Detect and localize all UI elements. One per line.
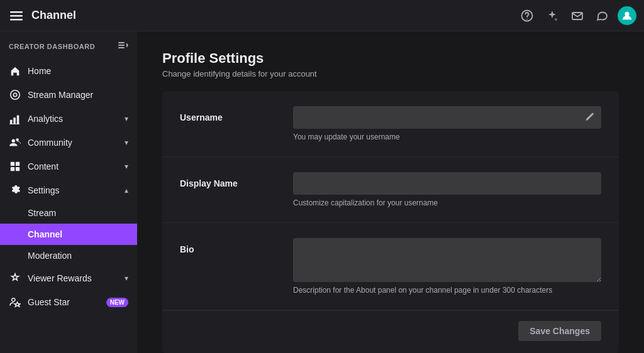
svg-rect-18 (11, 162, 14, 166)
topbar-right (517, 6, 636, 26)
main-body: CREATOR DASHBOARD Home (0, 31, 644, 353)
sidebar-item-guest-star[interactable]: Guest Star NEW (0, 290, 137, 314)
bio-input[interactable] (293, 238, 601, 282)
display-name-row: Display Name Customize capitalization fo… (162, 157, 619, 223)
svg-point-10 (11, 90, 19, 99)
bio-row: Bio Description for the About panel on y… (162, 223, 619, 310)
mail-button[interactable] (567, 6, 587, 26)
bio-hint: Description for the About panel on your … (293, 286, 601, 295)
svg-rect-2 (10, 19, 23, 21)
viewer-rewards-chevron-icon: ▾ (125, 274, 128, 283)
sidebar-item-viewer-rewards[interactable]: Viewer Rewards ▾ (0, 266, 137, 290)
sidebar-header: CREATOR DASHBOARD (0, 31, 137, 59)
username-hint: You may update your username (293, 133, 601, 141)
sidebar-item-community[interactable]: Community ▾ (0, 131, 137, 155)
svg-point-16 (12, 139, 15, 143)
home-icon (9, 65, 21, 77)
sidebar-item-settings-label: Settings (28, 185, 118, 195)
sidebar-item-analytics[interactable]: Analytics ▾ (0, 107, 137, 131)
sidebar-sub-item-channel[interactable]: Channel (0, 224, 137, 245)
sidebar-header-label: CREATOR DASHBOARD (9, 43, 95, 50)
guest-star-badge: NEW (106, 298, 128, 307)
help-button[interactable] (517, 6, 537, 26)
sidebar-item-content[interactable]: Content ▾ (0, 155, 137, 178)
svg-rect-7 (118, 42, 125, 43)
settings-chevron-icon: ▴ (125, 186, 128, 195)
sidebar-sub-item-stream-label: Stream (28, 208, 56, 218)
settings-icon (9, 184, 21, 197)
save-row: Save Changes (162, 310, 619, 351)
magic-button[interactable] (542, 6, 562, 26)
save-changes-button[interactable]: Save Changes (518, 321, 601, 341)
svg-point-22 (12, 298, 15, 301)
community-icon (9, 136, 21, 149)
svg-rect-15 (9, 124, 19, 124)
sidebar-item-content-label: Content (28, 161, 118, 171)
svg-point-17 (16, 138, 19, 141)
page-subtitle: Change identifying details for your acco… (162, 69, 619, 79)
topbar: Channel (0, 0, 644, 31)
chat-button[interactable] (592, 6, 613, 26)
sidebar: CREATOR DASHBOARD Home (0, 31, 137, 353)
svg-rect-1 (10, 15, 23, 17)
svg-rect-20 (11, 167, 14, 171)
sidebar-sub-item-channel-label: Channel (28, 229, 62, 239)
svg-rect-12 (10, 120, 13, 124)
content-chevron-icon: ▾ (125, 162, 128, 171)
sidebar-item-settings[interactable]: Settings ▴ (0, 178, 137, 202)
svg-rect-14 (17, 116, 19, 124)
svg-rect-13 (13, 117, 16, 124)
sidebar-sub-item-stream[interactable]: Stream (0, 202, 137, 224)
viewer-rewards-icon (9, 272, 21, 285)
username-label: Username (180, 106, 280, 122)
avatar[interactable] (618, 6, 636, 25)
svg-rect-9 (118, 47, 125, 48)
sidebar-item-home-label: Home (28, 66, 128, 76)
analytics-icon (9, 112, 21, 125)
collapse-sidebar-icon[interactable] (118, 40, 128, 53)
bio-content: Description for the About panel on your … (293, 238, 601, 295)
sidebar-sub-item-moderation[interactable]: Moderation (0, 245, 137, 266)
sidebar-item-stream-manager-label: Stream Manager (28, 90, 128, 100)
stream-manager-icon (9, 89, 21, 101)
sidebar-item-community-label: Community (28, 138, 118, 148)
svg-rect-21 (16, 167, 19, 171)
svg-rect-8 (118, 45, 125, 46)
display-name-label: Display Name (180, 172, 280, 188)
page-title: Profile Settings (162, 50, 619, 67)
svg-point-4 (526, 18, 528, 19)
username-input-wrapper (293, 106, 601, 129)
content-icon (9, 160, 21, 173)
bio-label: Bio (180, 238, 280, 254)
display-name-input[interactable] (293, 172, 601, 195)
sidebar-sub-item-moderation-label: Moderation (28, 251, 72, 261)
username-edit-icon[interactable] (585, 112, 595, 124)
svg-point-6 (625, 11, 629, 16)
svg-rect-19 (16, 162, 19, 166)
topbar-left: Channel (8, 7, 517, 24)
content-area: Profile Settings Change identifying deta… (137, 31, 644, 353)
username-input[interactable] (293, 106, 601, 129)
sidebar-item-guest-star-label: Guest Star (28, 297, 96, 307)
sidebar-item-stream-manager[interactable]: Stream Manager (0, 83, 137, 107)
settings-card: Username You may update your username (162, 91, 619, 353)
display-name-hint: Customize capitalization for your userna… (293, 198, 601, 207)
community-chevron-icon: ▾ (125, 138, 128, 147)
sidebar-item-analytics-label: Analytics (28, 114, 118, 124)
topbar-title: Channel (31, 9, 76, 22)
menu-button[interactable] (8, 7, 25, 24)
sidebar-item-home[interactable]: Home (0, 59, 137, 83)
svg-rect-0 (10, 11, 23, 13)
sidebar-item-viewer-rewards-label: Viewer Rewards (28, 273, 118, 283)
guest-star-icon (9, 296, 21, 308)
username-content: You may update your username (293, 106, 601, 141)
display-name-content: Customize capitalization for your userna… (293, 172, 601, 207)
analytics-chevron-icon: ▾ (125, 114, 128, 123)
svg-point-11 (13, 93, 16, 96)
username-row: Username You may update your username (162, 91, 619, 157)
